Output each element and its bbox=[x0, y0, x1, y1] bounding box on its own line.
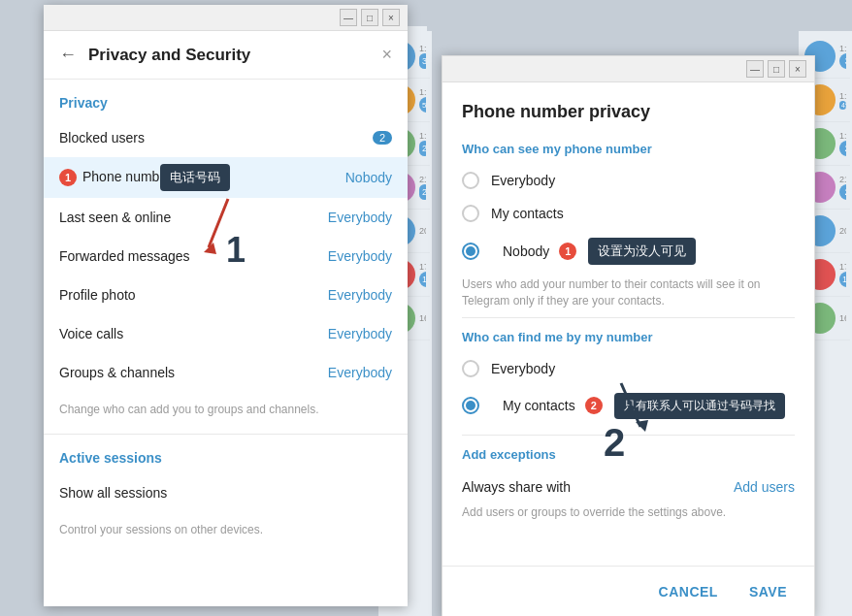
forwarded-messages-value: Everybody bbox=[328, 248, 392, 264]
who-can-see-title: Who can see my phone number bbox=[462, 130, 795, 164]
radio-mycontacts-find[interactable]: My contacts bbox=[462, 397, 575, 414]
show-sessions-row[interactable]: Show all sessions bbox=[44, 473, 408, 512]
radio-mycontacts-label: My contacts bbox=[491, 206, 564, 221]
panel-title: Privacy and Security bbox=[88, 46, 381, 65]
radio-mycontacts-find-container: My contacts 2 只有联系人可以通过号码寻找 bbox=[462, 385, 795, 427]
blocked-users-row[interactable]: Blocked users 2 bbox=[44, 118, 408, 157]
save-button[interactable]: SAVE bbox=[741, 578, 795, 605]
who-can-see-hint: Users who add your number to their conta… bbox=[462, 273, 795, 317]
add-users-button[interactable]: Add users bbox=[734, 479, 795, 495]
forwarded-messages-label: Forwarded messages bbox=[59, 248, 328, 264]
voice-calls-row[interactable]: Voice calls Everybody bbox=[44, 314, 408, 353]
dialog-header: Phone number privacy bbox=[442, 82, 814, 130]
profile-photo-row[interactable]: Profile photo Everybody bbox=[44, 276, 408, 314]
nobody-tooltip: 设置为没人可见 bbox=[588, 238, 696, 265]
radio-nobody-circle bbox=[462, 243, 479, 260]
privacy-section-header: Privacy bbox=[44, 80, 408, 118]
phone-number-value: Nobody bbox=[345, 170, 392, 185]
privacy-security-window: — □ × ← Privacy and Security × Privacy B… bbox=[44, 5, 408, 606]
blocked-users-badge: 2 bbox=[373, 131, 392, 145]
phone-number-row[interactable]: 1Phone number 电话号码 Nobody bbox=[44, 157, 408, 198]
profile-photo-label: Profile photo bbox=[59, 287, 328, 303]
back-button[interactable]: ← bbox=[59, 45, 77, 65]
chrome-buttons-right: — □ × bbox=[746, 60, 806, 78]
radio-mycontacts-find-circle bbox=[462, 397, 479, 414]
dialog-footer: CANCEL SAVE bbox=[442, 566, 814, 616]
radio-everybody-find-label: Everybody bbox=[491, 361, 555, 376]
chrome-buttons-left: — □ × bbox=[340, 9, 400, 26]
minimize-btn-left[interactable]: — bbox=[340, 9, 357, 26]
radio-nobody-label: Nobody bbox=[503, 243, 549, 259]
annotation-badge-nobody: 1 bbox=[559, 243, 576, 260]
app-wrapper: — □ × ← Privacy and Security × Privacy B… bbox=[0, 0, 852, 616]
window-chrome-right: — □ × bbox=[442, 56, 814, 82]
last-seen-label: Last seen & online bbox=[59, 210, 328, 225]
radio-mycontacts-find-label: My contacts bbox=[503, 398, 575, 413]
panel-header: ← Privacy and Security × bbox=[44, 31, 408, 80]
always-share-row: Always share with Add users bbox=[462, 470, 795, 504]
exceptions-desc: Add users or groups to override the sett… bbox=[462, 504, 795, 533]
radio-everybody-label: Everybody bbox=[491, 173, 555, 188]
cancel-button[interactable]: CANCEL bbox=[651, 578, 726, 605]
last-seen-value: Everybody bbox=[328, 210, 392, 225]
dialog-content: Who can see my phone number Everybody My… bbox=[442, 130, 814, 566]
groups-channels-row[interactable]: Groups & channels Everybody bbox=[44, 353, 408, 392]
maximize-btn-right[interactable]: □ bbox=[768, 60, 785, 78]
groups-channels-value: Everybody bbox=[328, 365, 392, 380]
close-panel-button[interactable]: × bbox=[381, 45, 392, 65]
voice-calls-label: Voice calls bbox=[59, 326, 328, 341]
profile-photo-value: Everybody bbox=[328, 287, 392, 303]
radio-mycontacts-circle bbox=[462, 205, 479, 222]
phone-tooltip-container: 电话号码 bbox=[160, 164, 230, 191]
annotation-badge-mycontacts: 2 bbox=[585, 397, 603, 414]
show-sessions-label: Show all sessions bbox=[59, 485, 392, 501]
radio-everybody-circle bbox=[462, 172, 479, 189]
forwarded-messages-row[interactable]: Forwarded messages Everybody bbox=[44, 237, 408, 276]
annotation-badge-1: 1 bbox=[59, 169, 77, 186]
radio-everybody-find[interactable]: Everybody bbox=[462, 352, 795, 385]
active-sessions-header: Active sessions bbox=[44, 435, 408, 473]
radio-everybody-find-circle bbox=[462, 360, 479, 377]
mycontacts-tooltip: 只有联系人可以通过号码寻找 bbox=[614, 393, 785, 419]
radio-everybody-see[interactable]: Everybody bbox=[462, 164, 795, 197]
privacy-section-desc: Change who can add you to groups and cha… bbox=[44, 392, 408, 434]
blocked-users-label: Blocked users bbox=[59, 130, 373, 146]
dialog-title: Phone number privacy bbox=[462, 102, 795, 122]
phone-tooltip: 电话号码 bbox=[160, 164, 230, 191]
who-can-find-title: Who can find me by my number bbox=[462, 318, 795, 352]
close-btn-right[interactable]: × bbox=[789, 60, 806, 78]
window-chrome-left: — □ × bbox=[44, 5, 408, 31]
add-exceptions-title: Add exceptions bbox=[462, 436, 795, 470]
radio-mycontacts-see[interactable]: My contacts bbox=[462, 197, 795, 230]
radio-nobody-container: Nobody 1 设置为没人可见 bbox=[462, 230, 795, 273]
groups-channels-label: Groups & channels bbox=[59, 365, 328, 380]
active-sessions-desc: Control your sessions on other devices. bbox=[44, 512, 408, 554]
last-seen-row[interactable]: Last seen & online Everybody bbox=[44, 198, 408, 237]
minimize-btn-right[interactable]: — bbox=[746, 60, 764, 78]
panel-content: Privacy Blocked users 2 1Phone number 电话… bbox=[44, 80, 408, 606]
radio-nobody-see[interactable]: Nobody bbox=[462, 243, 549, 260]
close-btn-left[interactable]: × bbox=[382, 9, 400, 26]
voice-calls-value: Everybody bbox=[328, 326, 392, 341]
always-share-label: Always share with bbox=[462, 479, 571, 495]
maximize-btn-left[interactable]: □ bbox=[361, 9, 378, 26]
phone-privacy-dialog: — □ × Phone number privacy Who can see m… bbox=[442, 55, 815, 616]
